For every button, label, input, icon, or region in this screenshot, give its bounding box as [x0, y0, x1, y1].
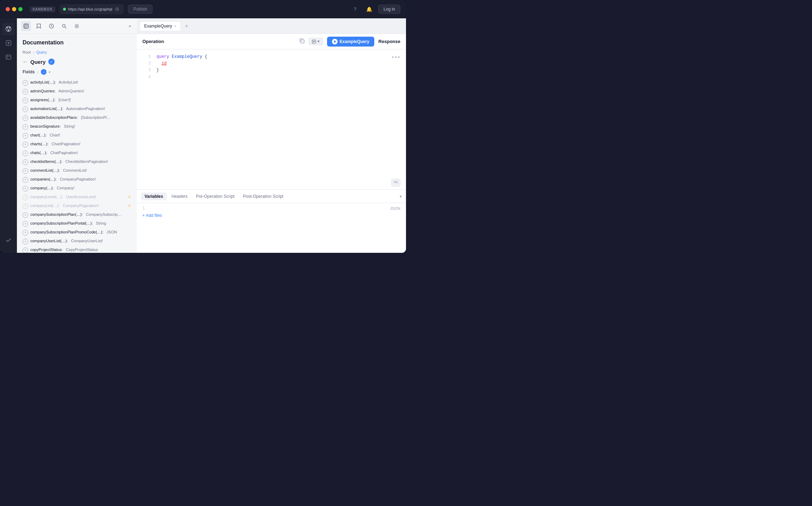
nav-graph-icon[interactable]: [2, 23, 15, 35]
more-options-button[interactable]: •••: [392, 54, 400, 61]
panel-toolbar: «: [17, 18, 137, 34]
fields-sort-icon[interactable]: ↓: [37, 70, 39, 74]
tab-close-icon[interactable]: ×: [174, 24, 176, 28]
list-item: + adminQueries: AdminQueries!: [23, 87, 131, 96]
notifications-button[interactable]: 🔔: [364, 4, 374, 14]
svg-line-5: [7, 28, 8, 31]
run-query-button[interactable]: ExampleQuery: [327, 37, 374, 47]
code-line-3: 3 }: [137, 67, 406, 74]
field-add-icon[interactable]: +: [23, 124, 28, 130]
list-item: + chart(…): Chart!: [23, 131, 131, 140]
field-add-icon[interactable]: +: [23, 89, 28, 95]
code-line-1: 1 query ExampleQuery {: [137, 54, 406, 60]
field-add-icon[interactable]: +: [23, 221, 28, 227]
url-settings-button[interactable]: ⚙: [114, 6, 120, 13]
login-button[interactable]: Log in: [378, 5, 400, 14]
field-add-icon[interactable]: +: [23, 115, 28, 121]
doc-title: Documentation: [23, 39, 131, 46]
query-check-badge: ✓: [48, 59, 55, 65]
code-editor[interactable]: 1 query ExampleQuery { 2 id 3 } 4: [137, 49, 406, 189]
field-add-icon[interactable]: +: [23, 142, 28, 147]
list-item: + company(…): Company!: [23, 184, 131, 193]
code-content: }: [156, 67, 159, 74]
field-add-icon[interactable]: +: [23, 159, 28, 165]
field-add-icon[interactable]: +: [23, 177, 28, 183]
tab-pre-operation[interactable]: Pre-Operation Script: [192, 193, 238, 200]
add-files-button[interactable]: + Add files: [142, 213, 400, 218]
breadcrumb-root[interactable]: Root: [23, 50, 31, 54]
maximize-button[interactable]: [18, 7, 23, 11]
panel-collapse-button[interactable]: «: [127, 22, 133, 30]
run-btn-label: ExampleQuery: [340, 39, 369, 44]
tab-add-button[interactable]: +: [182, 22, 191, 30]
docs-tab-icon[interactable]: [21, 21, 31, 31]
list-item: + copyProjectStatus: CopyProjectStatus: [23, 246, 131, 253]
search-tab-icon[interactable]: [59, 21, 69, 31]
close-button[interactable]: [6, 7, 10, 11]
code-line-4: 4: [137, 74, 406, 81]
line-number: 1: [142, 54, 151, 60]
tabs-bar: ExampleQuery × +: [137, 18, 406, 34]
tab-post-operation[interactable]: Post-Operation Script: [239, 193, 287, 200]
breadcrumb-query[interactable]: Query: [36, 50, 47, 54]
field-add-icon[interactable]: +: [23, 106, 28, 112]
query-header: ← Query ✓: [23, 59, 131, 65]
line-number: 3: [142, 67, 151, 74]
copy-button[interactable]: [300, 38, 304, 44]
bottom-tabs: Variables Headers Pre-Operation Script P…: [137, 190, 406, 203]
field-add-icon[interactable]: +: [23, 80, 28, 86]
field-add-icon[interactable]: +: [23, 239, 28, 244]
list-item: + commentList(…): CommentList!: [23, 166, 131, 175]
svg-rect-9: [6, 55, 11, 59]
sandbox-badge: SANDBOX: [30, 6, 55, 12]
response-label: Response: [379, 39, 400, 44]
code-content: id: [156, 60, 167, 67]
add-files-label: + Add files: [142, 213, 162, 218]
bottom-content: 1 JSON + Add files: [137, 203, 406, 253]
back-button[interactable]: ←: [23, 59, 27, 65]
list-item: + companies(…): CompanyPagination!: [23, 175, 131, 184]
field-add-icon[interactable]: +: [23, 203, 28, 209]
nav-check-icon[interactable]: [2, 236, 15, 249]
help-button[interactable]: ?: [350, 4, 360, 14]
list-item: + availableSubscriptionPlans: [Subscript…: [23, 114, 131, 122]
field-add-icon[interactable]: +: [23, 133, 28, 139]
prettify-label: ▾: [318, 39, 320, 44]
field-add-icon[interactable]: +: [23, 195, 28, 200]
keyboard-hint: ⌘K: [391, 179, 400, 187]
field-add-icon[interactable]: +: [23, 212, 28, 218]
bookmark-tab-icon[interactable]: [34, 21, 44, 31]
field-add-icon[interactable]: +: [23, 168, 28, 174]
field-add-icon[interactable]: +: [23, 151, 28, 156]
fields-label: Fields: [23, 69, 35, 74]
list-item: + companySubscriptionPlan(…): CompanySub…: [23, 211, 131, 219]
field-warning-icon: ⚠: [128, 194, 131, 199]
nav-play-icon[interactable]: [2, 37, 15, 49]
tab-example-query[interactable]: ExampleQuery ×: [140, 21, 181, 31]
titlebar-right: ? 🔔 Log in: [350, 4, 400, 14]
settings-tab-icon[interactable]: [72, 21, 82, 31]
field-add-icon[interactable]: +: [23, 248, 28, 253]
svg-line-18: [65, 27, 66, 28]
bottom-panel-collapse-button[interactable]: ▾: [400, 194, 402, 199]
fields-chevron-icon[interactable]: ▾: [49, 70, 50, 74]
nav-schema-icon[interactable]: [2, 51, 15, 63]
tab-headers[interactable]: Headers: [168, 193, 191, 200]
right-panel: ExampleQuery × + Operation: [137, 18, 406, 253]
field-add-icon[interactable]: +: [23, 186, 28, 191]
svg-line-6: [8, 28, 10, 31]
list-item: + companyUserList(…): CompanyUserList!: [23, 237, 131, 246]
prettify-button[interactable]: ▾: [309, 38, 323, 45]
tab-variables[interactable]: Variables: [141, 193, 167, 200]
bottom-line-number: 1: [142, 206, 145, 211]
history-tab-icon[interactable]: [47, 21, 56, 31]
svg-point-19: [76, 25, 78, 27]
publish-button[interactable]: Publish: [128, 5, 152, 14]
minimize-button[interactable]: [12, 7, 16, 11]
json-label: JSON: [390, 206, 400, 211]
field-add-icon[interactable]: +: [23, 230, 28, 236]
query-title: Query: [30, 59, 45, 65]
breadcrumb-separator: ›: [33, 50, 34, 54]
field-add-icon[interactable]: +: [23, 98, 28, 103]
code-line-2: 2 id: [137, 60, 406, 67]
